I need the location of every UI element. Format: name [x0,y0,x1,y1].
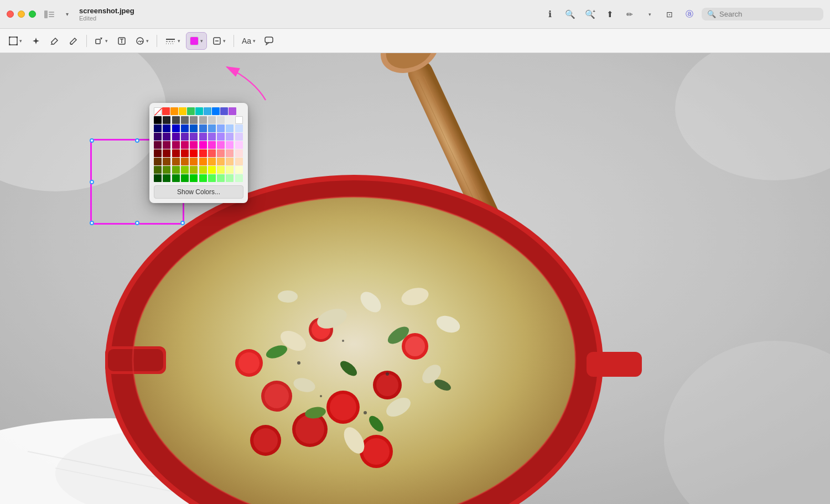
chevron-down-icon[interactable]: ▾ [59,7,75,22]
color-cell[interactable] [208,124,216,132]
color-cell[interactable] [235,133,243,141]
color-cell[interactable] [235,141,243,149]
color-cell[interactable] [199,141,207,149]
color-cell[interactable] [172,149,180,157]
color-cell[interactable] [181,158,189,165]
shapes-tool-button[interactable]: ▾ [91,32,111,50]
color-yellow[interactable] [179,107,186,115]
color-cell[interactable] [208,166,216,174]
pen-chevron-button[interactable]: ▾ [642,7,657,22]
color-teal[interactable] [195,107,203,115]
color-cell[interactable] [235,174,243,182]
select-tool-button[interactable]: ▾ [6,32,25,50]
color-cell[interactable] [208,158,216,165]
color-cell[interactable] [181,124,189,132]
color-cell[interactable] [163,133,170,141]
color-cell[interactable] [199,133,207,141]
color-cell[interactable] [217,166,225,174]
color-cell[interactable] [172,166,180,174]
color-cell[interactable] [163,149,170,157]
zoom-out-button[interactable]: 🔍 [562,7,578,22]
color-cell[interactable] [199,149,207,157]
close-button[interactable] [7,11,14,18]
color-cell[interactable] [172,116,180,124]
color-cell[interactable] [190,124,198,132]
color-cell[interactable] [154,133,162,141]
color-cell[interactable] [208,174,216,182]
color-cell[interactable] [226,141,234,149]
color-cell[interactable] [226,174,234,182]
color-cell[interactable] [181,149,189,157]
color-cell[interactable] [199,174,207,182]
color-cell[interactable] [181,141,189,149]
color-cell[interactable] [154,174,162,182]
color-cell[interactable] [181,174,189,182]
color-cell[interactable] [235,116,243,124]
markup-button[interactable]: ⓐ [682,7,697,22]
color-green[interactable] [187,107,195,115]
color-cell[interactable] [181,166,189,174]
color-cell[interactable] [163,166,170,174]
color-cell[interactable] [235,166,243,174]
minimize-button[interactable] [18,11,25,18]
color-cell[interactable] [226,124,234,132]
highlight-button[interactable] [65,32,82,50]
color-cell[interactable] [208,133,216,141]
search-input[interactable] [719,10,818,18]
fill-color-button[interactable]: ▾ [186,32,207,50]
color-cell[interactable] [154,166,162,174]
pen-markup-button[interactable] [46,32,63,50]
sign-button[interactable]: ▾ [132,32,152,50]
color-cell[interactable] [154,141,162,149]
color-cell[interactable] [190,174,198,182]
color-cell[interactable] [154,149,162,157]
color-cell[interactable] [199,124,207,132]
color-cell[interactable] [199,166,207,174]
color-cell[interactable] [217,141,225,149]
color-cell[interactable] [199,116,207,124]
color-cell[interactable] [199,158,207,165]
sidebar-toggle-button[interactable] [42,7,57,22]
share-button[interactable]: ⬆ [602,7,618,22]
text-size-button[interactable]: Aa ▾ [238,32,259,50]
color-cell[interactable] [163,116,170,124]
color-cell[interactable] [235,124,243,132]
color-cell[interactable] [190,149,198,157]
color-cell[interactable] [217,174,225,182]
maximize-button[interactable] [29,11,36,18]
color-cell[interactable] [226,158,234,165]
color-cell[interactable] [154,124,162,132]
color-cell[interactable] [226,149,234,157]
color-cell[interactable] [226,133,234,141]
transparent-color[interactable] [154,107,162,115]
speech-bubble-button[interactable] [261,32,278,50]
color-cell[interactable] [226,116,234,124]
info-button[interactable]: ℹ [542,7,558,22]
color-cell[interactable] [172,141,180,149]
line-style-button[interactable]: ▾ [162,32,184,50]
color-cell[interactable] [172,133,180,141]
color-cell[interactable] [208,141,216,149]
crop-button[interactable]: ⊡ [662,7,677,22]
color-cell[interactable] [172,174,180,182]
magic-select-button[interactable] [28,32,44,50]
color-cell[interactable] [154,158,162,165]
color-cell[interactable] [172,124,180,132]
color-cell[interactable] [208,116,216,124]
color-cell[interactable] [235,149,243,157]
color-orange[interactable] [170,107,178,115]
color-cell[interactable] [217,149,225,157]
color-cell[interactable] [217,124,225,132]
border-style-button[interactable]: ▾ [209,32,229,50]
color-cell[interactable] [190,166,198,174]
pen-tool-button[interactable]: ✏ [622,7,637,22]
color-cell[interactable] [190,158,198,165]
zoom-in-button[interactable]: 🔍+ [582,7,598,22]
color-sky[interactable] [204,107,211,115]
color-cell[interactable] [190,133,198,141]
show-colors-button[interactable]: Show Colors... [154,185,243,199]
color-cell[interactable] [217,158,225,165]
color-cell[interactable] [163,141,170,149]
color-cell[interactable] [217,133,225,141]
color-indigo[interactable] [220,107,228,115]
